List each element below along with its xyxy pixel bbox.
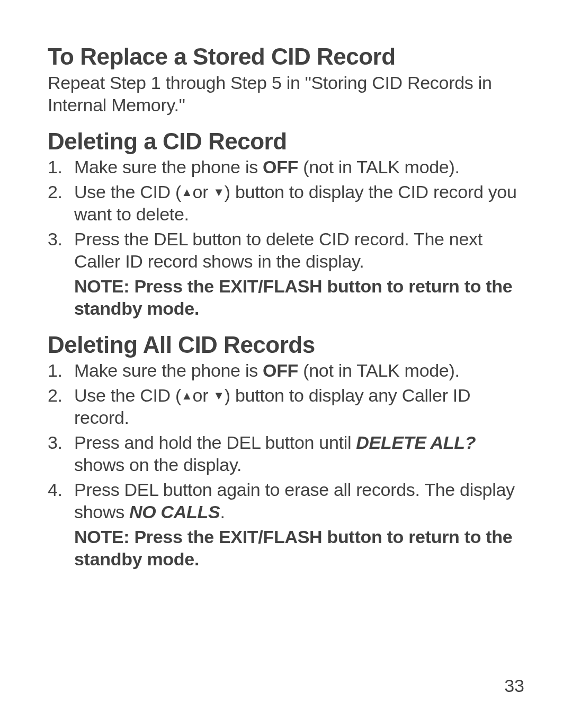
text: Make sure the phone is xyxy=(74,157,263,177)
list-item: Press the DEL button to delete CID recor… xyxy=(48,228,524,273)
list-item: Use the CID (▲or ▼) button to display an… xyxy=(48,384,524,429)
list-item: Use the CID (▲or ▼) button to display th… xyxy=(48,181,524,226)
text: (not in TALK mode). xyxy=(298,157,460,177)
down-triangle-icon: ▼ xyxy=(213,390,224,402)
list-item: Press and hold the DEL button until DELE… xyxy=(48,431,524,476)
text-bold: OFF xyxy=(263,360,298,380)
page-number: 33 xyxy=(504,676,524,696)
up-triangle-icon: ▲ xyxy=(181,187,192,198)
text: Use the CID ( xyxy=(74,182,181,202)
text-bolditalic: DELETE ALL? xyxy=(356,432,476,452)
para-replace-cid: Repeat Step 1 through Step 5 in "Storing… xyxy=(48,72,524,117)
text: or xyxy=(193,182,213,202)
text-bolditalic: NO CALLS xyxy=(129,502,220,522)
text: Use the CID ( xyxy=(74,385,181,405)
up-triangle-icon: ▲ xyxy=(181,390,192,402)
heading-delete-all-cid: Deleting All CID Records xyxy=(48,332,524,359)
text: (not in TALK mode). xyxy=(298,360,460,380)
text: Make sure the phone is xyxy=(74,360,263,380)
text-bold: OFF xyxy=(263,157,298,177)
note-delete-cid: NOTE: Press the EXIT/FLASH button to ret… xyxy=(48,275,524,320)
list-item: Press DEL button again to erase all reco… xyxy=(48,478,524,523)
text: . xyxy=(220,502,225,522)
note-delete-all-cid: NOTE: Press the EXIT/FLASH button to ret… xyxy=(48,526,524,571)
text: Press and hold the DEL button until xyxy=(74,432,356,452)
heading-replace-cid: To Replace a Stored CID Record xyxy=(48,43,524,70)
list-delete-cid: Make sure the phone is OFF (not in TALK … xyxy=(48,156,524,273)
list-item: Make sure the phone is OFF (not in TALK … xyxy=(48,156,524,179)
text: or xyxy=(193,385,213,405)
list-item: Make sure the phone is OFF (not in TALK … xyxy=(48,359,524,382)
down-triangle-icon: ▼ xyxy=(213,187,224,198)
text: shows on the display. xyxy=(74,455,242,475)
heading-delete-cid: Deleting a CID Record xyxy=(48,128,524,155)
list-delete-all-cid: Make sure the phone is OFF (not in TALK … xyxy=(48,359,524,523)
